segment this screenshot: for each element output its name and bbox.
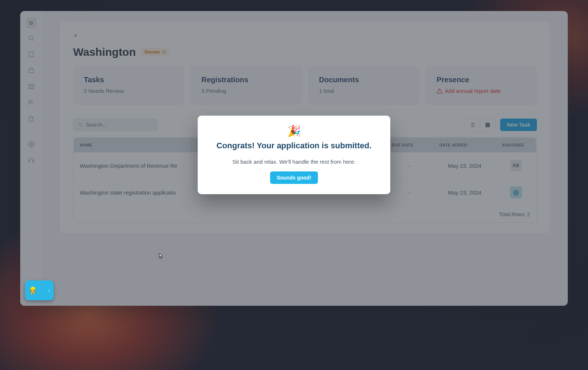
modal-subtitle: Sit back and relax. We'll handle the res… (209, 159, 379, 165)
party-icon: 🎉 (209, 124, 379, 137)
modal-overlay[interactable]: 🎉 Congrats! Your application is submitte… (0, 0, 588, 370)
chat-avatar-icon: 👷 (29, 286, 37, 294)
sounds-good-button[interactable]: Sounds good! (270, 171, 318, 184)
modal-title: Congrats! Your application is submitted. (209, 141, 379, 150)
chat-widget[interactable]: 👷 › (25, 280, 54, 300)
chevron-right-icon: › (48, 287, 50, 293)
confirmation-modal: 🎉 Congrats! Your application is submitte… (198, 116, 390, 194)
